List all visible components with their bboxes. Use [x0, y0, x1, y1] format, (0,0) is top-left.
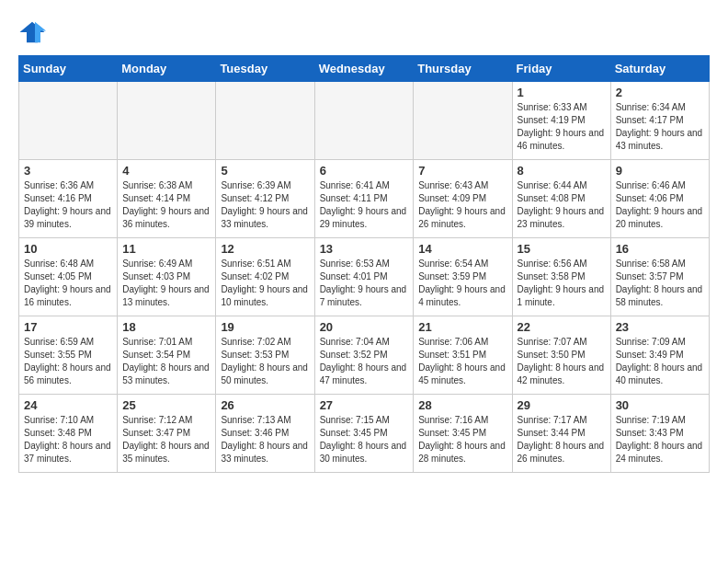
calendar-cell: 7Sunrise: 6:43 AM Sunset: 4:09 PM Daylig… — [414, 160, 512, 238]
day-info: Sunrise: 6:38 AM Sunset: 4:14 PM Dayligh… — [122, 179, 210, 231]
calendar-cell — [118, 82, 216, 160]
day-info: Sunrise: 6:54 AM Sunset: 3:59 PM Dayligh… — [418, 258, 506, 309]
calendar-cell: 28Sunrise: 7:16 AM Sunset: 3:45 PM Dayli… — [414, 395, 512, 473]
header — [18, 18, 710, 46]
calendar-cell: 27Sunrise: 7:15 AM Sunset: 3:45 PM Dayli… — [314, 395, 414, 473]
day-info: Sunrise: 7:15 AM Sunset: 3:45 PM Dayligh… — [320, 414, 409, 465]
day-info: Sunrise: 6:49 AM Sunset: 4:03 PM Dayligh… — [122, 258, 210, 309]
day-info: Sunrise: 7:13 AM Sunset: 3:46 PM Dayligh… — [221, 414, 309, 465]
calendar-cell — [216, 82, 314, 160]
calendar-cell: 8Sunrise: 6:44 AM Sunset: 4:08 PM Daylig… — [512, 160, 610, 238]
logo-icon — [18, 18, 46, 46]
week-row-5: 24Sunrise: 7:10 AM Sunset: 3:48 PM Dayli… — [19, 395, 710, 473]
day-info: Sunrise: 7:02 AM Sunset: 3:53 PM Dayligh… — [221, 336, 309, 387]
day-number: 4 — [122, 164, 210, 178]
calendar-cell: 15Sunrise: 6:56 AM Sunset: 3:58 PM Dayli… — [512, 238, 610, 316]
calendar-cell: 23Sunrise: 7:09 AM Sunset: 3:49 PM Dayli… — [610, 316, 709, 395]
week-row-3: 10Sunrise: 6:48 AM Sunset: 4:05 PM Dayli… — [19, 238, 710, 316]
calendar-cell: 6Sunrise: 6:41 AM Sunset: 4:11 PM Daylig… — [314, 160, 414, 238]
day-number: 14 — [418, 242, 506, 256]
week-row-4: 17Sunrise: 6:59 AM Sunset: 3:55 PM Dayli… — [19, 316, 710, 395]
calendar-cell: 4Sunrise: 6:38 AM Sunset: 4:14 PM Daylig… — [118, 160, 216, 238]
calendar-cell: 11Sunrise: 6:49 AM Sunset: 4:03 PM Dayli… — [118, 238, 216, 316]
column-header-wednesday: Wednesday — [314, 56, 414, 82]
calendar-cell — [314, 82, 414, 160]
day-number: 7 — [418, 164, 506, 178]
calendar-cell: 3Sunrise: 6:36 AM Sunset: 4:16 PM Daylig… — [19, 160, 118, 238]
day-number: 16 — [616, 242, 704, 256]
day-info: Sunrise: 7:17 AM Sunset: 3:44 PM Dayligh… — [518, 414, 606, 465]
day-info: Sunrise: 6:36 AM Sunset: 4:16 PM Dayligh… — [24, 179, 112, 231]
calendar-cell — [19, 82, 118, 160]
calendar-cell: 10Sunrise: 6:48 AM Sunset: 4:05 PM Dayli… — [19, 238, 118, 316]
day-info: Sunrise: 6:44 AM Sunset: 4:08 PM Dayligh… — [518, 179, 606, 231]
day-info: Sunrise: 7:04 AM Sunset: 3:52 PM Dayligh… — [320, 336, 409, 387]
calendar-cell: 16Sunrise: 6:58 AM Sunset: 3:57 PM Dayli… — [610, 238, 709, 316]
day-info: Sunrise: 6:43 AM Sunset: 4:09 PM Dayligh… — [418, 179, 506, 231]
calendar-cell: 1Sunrise: 6:33 AM Sunset: 4:19 PM Daylig… — [512, 82, 610, 160]
calendar-cell — [414, 82, 512, 160]
day-number: 27 — [320, 398, 409, 412]
day-number: 10 — [24, 242, 112, 256]
day-number: 2 — [616, 86, 704, 99]
calendar-cell: 9Sunrise: 6:46 AM Sunset: 4:06 PM Daylig… — [610, 160, 709, 238]
calendar-cell: 22Sunrise: 7:07 AM Sunset: 3:50 PM Dayli… — [512, 316, 610, 395]
day-info: Sunrise: 7:01 AM Sunset: 3:54 PM Dayligh… — [122, 336, 210, 387]
day-number: 13 — [320, 242, 409, 256]
week-row-1: 1Sunrise: 6:33 AM Sunset: 4:19 PM Daylig… — [19, 82, 710, 160]
calendar-cell: 2Sunrise: 6:34 AM Sunset: 4:17 PM Daylig… — [610, 82, 709, 160]
week-row-2: 3Sunrise: 6:36 AM Sunset: 4:16 PM Daylig… — [19, 160, 710, 238]
calendar-cell: 12Sunrise: 6:51 AM Sunset: 4:02 PM Dayli… — [216, 238, 314, 316]
day-number: 9 — [616, 164, 704, 178]
calendar-cell: 20Sunrise: 7:04 AM Sunset: 3:52 PM Dayli… — [314, 316, 414, 395]
column-header-friday: Friday — [512, 56, 610, 82]
calendar-header-row: SundayMondayTuesdayWednesdayThursdayFrid… — [19, 56, 710, 82]
day-info: Sunrise: 6:51 AM Sunset: 4:02 PM Dayligh… — [221, 258, 309, 309]
day-number: 12 — [221, 242, 309, 256]
day-info: Sunrise: 6:39 AM Sunset: 4:12 PM Dayligh… — [221, 179, 309, 231]
day-number: 28 — [418, 398, 506, 412]
calendar-cell: 5Sunrise: 6:39 AM Sunset: 4:12 PM Daylig… — [216, 160, 314, 238]
column-header-tuesday: Tuesday — [216, 56, 314, 82]
calendar: SundayMondayTuesdayWednesdayThursdayFrid… — [18, 55, 710, 473]
day-number: 21 — [418, 320, 506, 334]
day-info: Sunrise: 7:12 AM Sunset: 3:47 PM Dayligh… — [122, 414, 210, 465]
calendar-cell: 19Sunrise: 7:02 AM Sunset: 3:53 PM Dayli… — [216, 316, 314, 395]
day-number: 19 — [221, 320, 309, 334]
day-number: 20 — [320, 320, 409, 334]
day-number: 23 — [616, 320, 704, 334]
day-info: Sunrise: 7:10 AM Sunset: 3:48 PM Dayligh… — [24, 414, 112, 465]
day-info: Sunrise: 6:53 AM Sunset: 4:01 PM Dayligh… — [320, 258, 409, 309]
day-info: Sunrise: 7:16 AM Sunset: 3:45 PM Dayligh… — [418, 414, 506, 465]
day-info: Sunrise: 6:56 AM Sunset: 3:58 PM Dayligh… — [518, 258, 606, 309]
column-header-saturday: Saturday — [610, 56, 709, 82]
day-number: 11 — [122, 242, 210, 256]
day-number: 17 — [24, 320, 112, 334]
calendar-cell: 18Sunrise: 7:01 AM Sunset: 3:54 PM Dayli… — [118, 316, 216, 395]
column-header-monday: Monday — [118, 56, 216, 82]
day-number: 26 — [221, 398, 309, 412]
day-info: Sunrise: 7:06 AM Sunset: 3:51 PM Dayligh… — [418, 336, 506, 387]
day-number: 22 — [518, 320, 606, 334]
day-number: 30 — [616, 398, 704, 412]
day-info: Sunrise: 6:33 AM Sunset: 4:19 PM Dayligh… — [518, 101, 606, 153]
day-info: Sunrise: 6:34 AM Sunset: 4:17 PM Dayligh… — [616, 101, 704, 153]
day-info: Sunrise: 6:58 AM Sunset: 3:57 PM Dayligh… — [616, 258, 704, 309]
logo — [18, 18, 51, 46]
day-number: 15 — [518, 242, 606, 256]
day-number: 24 — [24, 398, 112, 412]
day-info: Sunrise: 6:46 AM Sunset: 4:06 PM Dayligh… — [616, 179, 704, 231]
calendar-cell: 25Sunrise: 7:12 AM Sunset: 3:47 PM Dayli… — [118, 395, 216, 473]
calendar-cell: 17Sunrise: 6:59 AM Sunset: 3:55 PM Dayli… — [19, 316, 118, 395]
day-number: 1 — [518, 86, 606, 99]
day-info: Sunrise: 7:19 AM Sunset: 3:43 PM Dayligh… — [616, 414, 704, 465]
calendar-cell: 29Sunrise: 7:17 AM Sunset: 3:44 PM Dayli… — [512, 395, 610, 473]
day-number: 25 — [122, 398, 210, 412]
day-number: 5 — [221, 164, 309, 178]
day-info: Sunrise: 6:41 AM Sunset: 4:11 PM Dayligh… — [320, 179, 409, 231]
calendar-cell: 21Sunrise: 7:06 AM Sunset: 3:51 PM Dayli… — [414, 316, 512, 395]
calendar-cell: 24Sunrise: 7:10 AM Sunset: 3:48 PM Dayli… — [19, 395, 118, 473]
day-info: Sunrise: 7:09 AM Sunset: 3:49 PM Dayligh… — [616, 336, 704, 387]
calendar-cell: 14Sunrise: 6:54 AM Sunset: 3:59 PM Dayli… — [414, 238, 512, 316]
day-number: 8 — [518, 164, 606, 178]
